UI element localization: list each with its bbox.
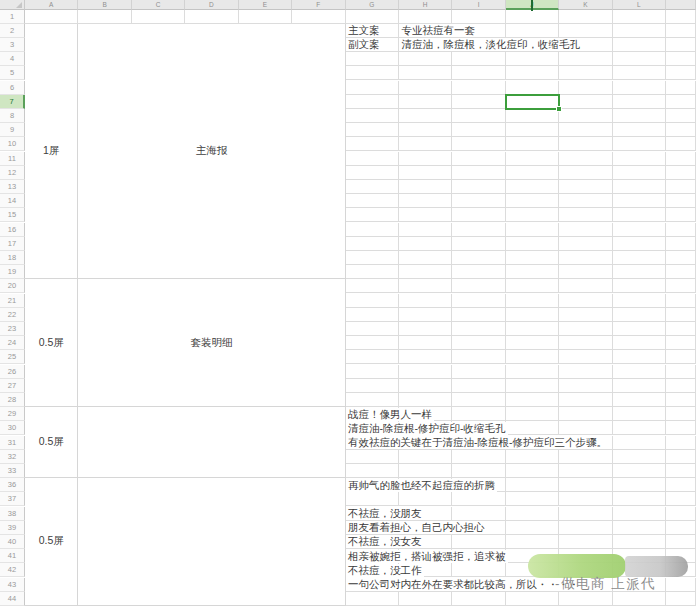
cell-I5[interactable] (452, 66, 505, 80)
cell-G20[interactable] (346, 279, 399, 293)
cell-J8[interactable] (506, 109, 559, 123)
row-header-44[interactable]: 44 (0, 592, 25, 606)
merged-screen-label-3[interactable]: 0.5屏 (25, 407, 78, 478)
cell-G7[interactable] (346, 95, 399, 109)
cell-I13[interactable] (452, 180, 505, 194)
row-header-16[interactable]: 16 (0, 223, 25, 237)
cell-J20[interactable] (506, 279, 559, 293)
cell-I25[interactable] (452, 350, 505, 364)
cell-I7[interactable] (452, 95, 505, 109)
cell-I12[interactable] (452, 166, 505, 180)
cell-G6[interactable] (346, 81, 399, 95)
cell-G25[interactable] (346, 350, 399, 364)
cell-text-G41[interactable]: 相亲被婉拒，搭讪被强拒，追求被 (346, 550, 508, 563)
cell-M38[interactable] (666, 507, 696, 521)
cell-J9[interactable] (506, 123, 559, 137)
cell-I33[interactable] (452, 464, 505, 478)
cell-H6[interactable] (399, 81, 452, 95)
cell-text-G29[interactable]: 战痘！像男人一样 (346, 408, 434, 421)
cell-H19[interactable] (399, 265, 452, 279)
row-header-23[interactable]: 23 (0, 322, 25, 336)
cell-K39[interactable] (559, 521, 612, 535)
cell-M17[interactable] (666, 237, 696, 251)
cell-G19[interactable] (346, 265, 399, 279)
cell-text-G39[interactable]: 朋友看着担心，自己内心担心 (346, 521, 487, 534)
cell-M11[interactable] (666, 152, 696, 166)
cell-K30[interactable] (559, 421, 612, 435)
cell-K6[interactable] (559, 81, 612, 95)
cell-J29[interactable] (506, 407, 559, 421)
cell-H5[interactable] (399, 66, 452, 80)
cell-H33[interactable] (399, 464, 452, 478)
cell-M20[interactable] (666, 279, 696, 293)
cell-I18[interactable] (452, 251, 505, 265)
cell-L16[interactable] (613, 223, 666, 237)
row-header-2[interactable]: 2 (0, 24, 25, 38)
cell-M15[interactable] (666, 208, 696, 222)
cell-I27[interactable] (452, 379, 505, 393)
row-header-41[interactable]: 41 (0, 549, 25, 563)
cell-M31[interactable] (666, 436, 696, 450)
row-header-10[interactable]: 10 (0, 137, 25, 151)
cell-M4[interactable] (666, 52, 696, 66)
cell-J2[interactable] (506, 24, 559, 38)
cell-J28[interactable] (506, 393, 559, 407)
cell-J12[interactable] (506, 166, 559, 180)
cell-H16[interactable] (399, 223, 452, 237)
cell-K40[interactable] (559, 535, 612, 549)
cell-L12[interactable] (613, 166, 666, 180)
cell-H14[interactable] (399, 194, 452, 208)
cell-K16[interactable] (559, 223, 612, 237)
cell-L22[interactable] (613, 308, 666, 322)
cell-M16[interactable] (666, 223, 696, 237)
cell-M18[interactable] (666, 251, 696, 265)
cell-J36[interactable] (506, 478, 559, 492)
row-header-20[interactable]: 20 (0, 279, 25, 293)
cell-L29[interactable] (613, 407, 666, 421)
cell-G5[interactable] (346, 66, 399, 80)
column-header-D[interactable]: D (185, 0, 238, 10)
cell-K7[interactable] (559, 95, 612, 109)
cell-H11[interactable] (399, 152, 452, 166)
cell-K5[interactable] (559, 66, 612, 80)
cell-M29[interactable] (666, 407, 696, 421)
cell-M21[interactable] (666, 294, 696, 308)
cell-M19[interactable] (666, 265, 696, 279)
cell-J40[interactable] (506, 535, 559, 549)
cell-J25[interactable] (506, 350, 559, 364)
cell-K9[interactable] (559, 123, 612, 137)
cell-M14[interactable] (666, 194, 696, 208)
cell-H23[interactable] (399, 322, 452, 336)
cell-E1[interactable] (239, 10, 292, 24)
row-header-36[interactable]: 36 (0, 478, 25, 492)
cell-L13[interactable] (613, 180, 666, 194)
cell-L28[interactable] (613, 393, 666, 407)
row-header-6[interactable]: 6 (0, 81, 25, 95)
cell-I22[interactable] (452, 308, 505, 322)
cell-K14[interactable] (559, 194, 612, 208)
cell-L23[interactable] (613, 322, 666, 336)
cell-L9[interactable] (613, 123, 666, 137)
cell-J30[interactable] (506, 421, 559, 435)
cell-K27[interactable] (559, 379, 612, 393)
row-header-1[interactable]: 1 (0, 10, 25, 24)
column-header-C[interactable]: C (132, 0, 185, 10)
cell-G32[interactable] (346, 450, 399, 464)
cell-M3[interactable] (666, 38, 696, 52)
cell-I16[interactable] (452, 223, 505, 237)
cell-L18[interactable] (613, 251, 666, 265)
cell-I28[interactable] (452, 393, 505, 407)
cell-H18[interactable] (399, 251, 452, 265)
cell-I11[interactable] (452, 152, 505, 166)
cell-M26[interactable] (666, 365, 696, 379)
row-header-25[interactable]: 25 (0, 350, 25, 364)
row-header-28[interactable]: 28 (0, 393, 25, 407)
cell-L30[interactable] (613, 421, 666, 435)
cell-K21[interactable] (559, 294, 612, 308)
column-header-E[interactable]: E (239, 0, 292, 10)
cell-I26[interactable] (452, 365, 505, 379)
row-header-37[interactable]: 37 (0, 492, 25, 506)
cell-I1[interactable] (452, 10, 505, 24)
fill-handle[interactable] (556, 106, 562, 112)
cell-L14[interactable] (613, 194, 666, 208)
